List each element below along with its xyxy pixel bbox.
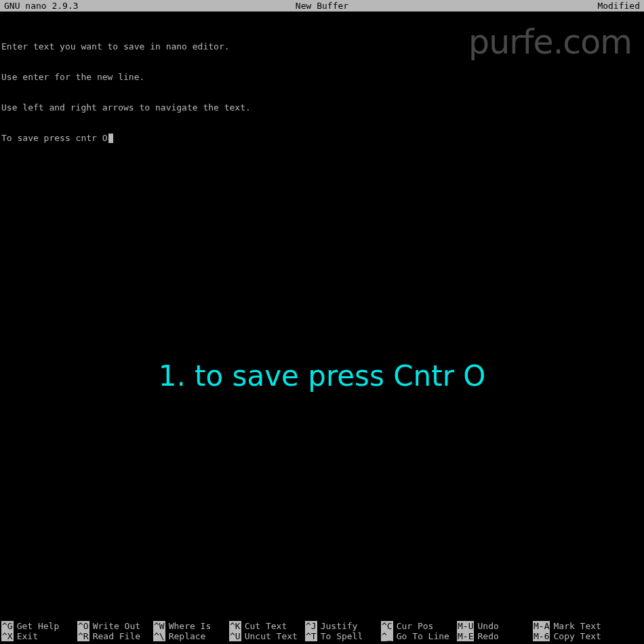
help-key: ^J: [305, 621, 317, 631]
help-col-6: M-UUndo M-ERedo: [457, 621, 533, 641]
help-label: Redo: [477, 631, 498, 641]
help-label: Copy Text: [553, 631, 601, 641]
help-col-3: ^KCut Text ^UUncut Text: [229, 621, 305, 641]
help-label: Undo: [477, 621, 498, 631]
help-uncut-text[interactable]: ^UUncut Text: [229, 631, 305, 641]
help-key: ^R: [77, 631, 89, 641]
app-version: GNU nano 2.9.3: [4, 0, 216, 12]
cursor-icon: [108, 134, 113, 143]
help-label: Where Is: [169, 621, 212, 631]
help-justify[interactable]: ^JJustify: [305, 621, 381, 631]
help-key: ^O: [77, 621, 89, 631]
help-exit[interactable]: ^XExit: [1, 631, 77, 641]
instruction-overlay: 1. to save press Cntr O: [0, 359, 644, 393]
help-label: Mark Text: [553, 621, 601, 631]
help-mark-text[interactable]: M-AMark Text: [533, 621, 609, 631]
help-key: ^K: [229, 621, 241, 631]
help-copy-text[interactable]: M-6Copy Text: [533, 631, 609, 641]
help-key: M-U: [457, 621, 474, 631]
help-key: M-A: [533, 621, 550, 631]
help-col-0: ^GGet Help ^XExit: [1, 621, 77, 641]
help-key: ^\: [153, 631, 165, 641]
help-col-5: ^CCur Pos ^_Go To Line: [381, 621, 457, 641]
help-label: Exit: [17, 631, 38, 641]
help-undo[interactable]: M-UUndo: [457, 621, 533, 631]
help-go-to-line[interactable]: ^_Go To Line: [381, 631, 457, 641]
help-key: ^X: [1, 631, 14, 641]
help-replace[interactable]: ^\Replace: [153, 631, 229, 641]
help-label: Read File: [93, 631, 140, 641]
help-key: ^W: [153, 621, 165, 631]
modified-status: Modified: [428, 0, 640, 12]
help-label: Justify: [321, 621, 358, 631]
help-write-out[interactable]: ^OWrite Out: [77, 621, 153, 631]
help-col-2: ^WWhere Is ^\Replace: [153, 621, 229, 641]
help-get-help[interactable]: ^GGet Help: [1, 621, 77, 631]
titlebar: GNU nano 2.9.3 New Buffer Modified: [0, 0, 644, 12]
buffer-name: New Buffer: [216, 0, 428, 12]
help-col-1: ^OWrite Out ^RRead File: [77, 621, 153, 641]
help-cut-text[interactable]: ^KCut Text: [229, 621, 305, 631]
help-label: Uncut Text: [245, 631, 298, 641]
watermark: purfe.com: [468, 23, 632, 62]
help-cur-pos[interactable]: ^CCur Pos: [381, 621, 457, 631]
help-key: M-6: [533, 631, 550, 641]
help-label: Get Help: [17, 621, 60, 631]
editor-line[interactable]: Use enter for the new line.: [1, 72, 643, 82]
help-label: Cur Pos: [397, 621, 434, 631]
editor-line[interactable]: Use left and right arrows to navigate th…: [1, 102, 643, 113]
help-redo[interactable]: M-ERedo: [457, 631, 533, 641]
help-to-spell[interactable]: ^TTo Spell: [305, 631, 381, 641]
help-col-7: M-AMark Text M-6Copy Text: [533, 621, 609, 641]
help-label: Cut Text: [245, 621, 287, 631]
help-bar: ^GGet Help ^XExit ^OWrite Out ^RRead Fil…: [0, 621, 644, 644]
help-key: ^G: [1, 621, 14, 631]
help-key: M-E: [457, 631, 474, 641]
help-label: Write Out: [93, 621, 140, 631]
help-key: ^_: [381, 631, 393, 641]
help-key: ^U: [229, 631, 241, 641]
editor-line-with-cursor[interactable]: To save press cntr O: [1, 133, 643, 143]
help-label: Go To Line: [397, 631, 449, 641]
help-where-is[interactable]: ^WWhere Is: [153, 621, 229, 631]
help-col-4: ^JJustify ^TTo Spell: [305, 621, 381, 641]
help-read-file[interactable]: ^RRead File: [77, 631, 153, 641]
editor-line-text: To save press cntr O: [1, 133, 108, 143]
help-label: To Spell: [321, 631, 363, 641]
help-label: Replace: [169, 631, 206, 641]
help-key: ^C: [381, 621, 393, 631]
help-key: ^T: [305, 631, 317, 641]
